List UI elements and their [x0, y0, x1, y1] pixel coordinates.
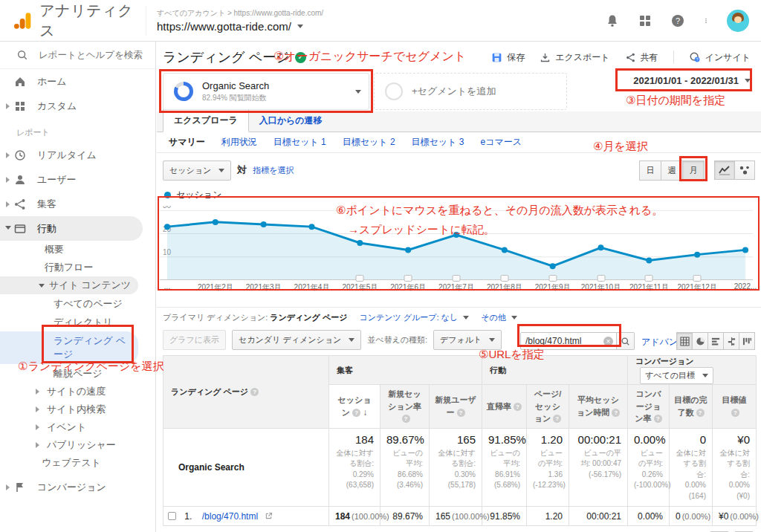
axis-annotation-marker[interactable]	[500, 275, 508, 282]
insights-button[interactable]: ? インサイト	[689, 51, 751, 64]
export-button[interactable]: エクスポート	[540, 51, 609, 64]
column-header-bounce-rate[interactable]: 直帰率?	[482, 385, 527, 429]
axis-annotation-marker[interactable]	[597, 275, 605, 282]
select-metric-link[interactable]: 指標を選択	[253, 165, 294, 176]
help-icon[interactable]: ?	[553, 415, 561, 423]
subtab-goal-set-3[interactable]: 目標セット 3	[412, 136, 464, 149]
percentage-view-button[interactable]	[692, 332, 708, 350]
data-view-button[interactable]	[676, 332, 693, 350]
axis-annotation-marker[interactable]	[645, 275, 653, 282]
granularity-week-button[interactable]: 週	[661, 160, 683, 181]
subtab-goal-set-1[interactable]: 目標セット 1	[273, 136, 326, 149]
sidebar-item-site-search[interactable]: サイト内検索	[0, 400, 155, 418]
line-chart-button[interactable]	[714, 160, 735, 180]
sidebar-item-all-pages[interactable]: すべてのページ	[0, 294, 155, 313]
search-input[interactable]	[39, 50, 150, 60]
sidebar-item-behavior-flow[interactable]: 行動フロー	[0, 259, 155, 276]
help-icon[interactable]: ?	[352, 409, 360, 417]
sidebar-item-acquisition[interactable]: 集客	[0, 192, 155, 216]
tab-explorer[interactable]: エクスプローラ	[163, 109, 249, 132]
column-header-conversion-rate[interactable]: コンバージョン率?	[628, 385, 670, 429]
performance-view-button[interactable]	[707, 332, 724, 350]
subtab-ecommerce[interactable]: eコマース	[480, 136, 522, 149]
subtab-goal-set-2[interactable]: 目標セット 2	[343, 136, 395, 149]
content-group-link[interactable]: コンテンツ グループ: なし	[359, 312, 469, 323]
sessions-chart[interactable]: 102030 ...2021年2月2021年3月2021年4月2021年5月20…	[160, 206, 760, 293]
metric-selector[interactable]: セッション	[163, 160, 231, 181]
kebab-menu-icon[interactable]	[703, 13, 709, 28]
secondary-dimension-button[interactable]: セカンダリ ディメンション	[232, 330, 361, 350]
sidebar-item-conversions[interactable]: コンバージョン	[0, 475, 155, 499]
sidebar-item-directory[interactable]: ディレクトリ	[0, 313, 155, 331]
other-dimensions-link[interactable]: その他	[481, 312, 517, 323]
sidebar-item-customization[interactable]: カスタム	[0, 94, 155, 118]
motion-chart-button[interactable]	[734, 160, 755, 180]
segment-organic-search[interactable]: Organic Search 82.94% 閲覧開始数	[163, 73, 369, 110]
tab-entrance-paths[interactable]: 入口からの遷移	[249, 110, 333, 132]
help-circle-icon[interactable]: ?	[670, 13, 685, 28]
row-checkbox[interactable]	[168, 512, 176, 520]
axis-annotation-marker[interactable]	[404, 275, 412, 282]
sidebar-item-landing-pages[interactable]: ランディング ページ	[0, 331, 138, 364]
table-filter-input[interactable]	[525, 336, 600, 346]
sidebar-item-realtime[interactable]: リアルタイム	[0, 143, 155, 167]
clear-filter-icon[interactable]: ×	[603, 337, 613, 346]
table-search-button[interactable]	[617, 332, 635, 350]
help-icon[interactable]: ?	[402, 415, 410, 423]
help-icon[interactable]: ?	[514, 403, 522, 411]
column-header-pages-per-session[interactable]: ページ/セッション?	[527, 385, 569, 429]
column-header-new-session-rate[interactable]: 新規セッション率?	[380, 385, 430, 429]
analytics-logo[interactable]: アナリティクス	[0, 1, 146, 41]
sidebar-item-home[interactable]: ホーム	[0, 69, 155, 94]
sidebar-item-publisher[interactable]: パブリッシャー	[0, 436, 155, 454]
data-quality-check-icon	[295, 52, 306, 63]
granularity-buttons: 日 週 月	[640, 160, 705, 181]
add-segment-button[interactable]: +セグメントを追加	[374, 73, 567, 110]
primary-dimension-value[interactable]: ランディング ページ	[270, 313, 347, 322]
help-icon[interactable]: ?	[457, 409, 465, 417]
plot-rows-button[interactable]: グラフに表示	[163, 330, 226, 350]
pivot-view-button[interactable]	[739, 332, 755, 350]
granularity-day-button[interactable]: 日	[639, 160, 661, 181]
share-button[interactable]: 共有	[625, 51, 658, 64]
user-avatar[interactable]	[727, 10, 749, 32]
axis-annotation-marker[interactable]	[453, 275, 461, 282]
sidebar-item-overview[interactable]: 概要	[0, 241, 155, 259]
save-button[interactable]: 保存	[491, 51, 525, 64]
axis-annotation-marker[interactable]	[693, 275, 702, 282]
axis-annotation-marker[interactable]	[548, 275, 557, 282]
chart-panel: セッション 対 指標を選択 日 週 月	[157, 153, 761, 308]
granularity-month-button[interactable]: 月	[682, 160, 705, 181]
sidebar-item-site-content[interactable]: サイト コンテンツ	[0, 276, 138, 294]
help-icon[interactable]: ?	[250, 388, 259, 396]
notifications-bell-icon[interactable]	[605, 13, 620, 28]
help-icon[interactable]: ?	[654, 415, 662, 423]
help-icon[interactable]: ?	[731, 409, 739, 417]
subtab-summary[interactable]: サマリー	[169, 136, 205, 149]
sidebar-item-site-speed[interactable]: サイトの速度	[0, 383, 155, 400]
sidebar-item-experiments[interactable]: ウェブテスト	[0, 454, 155, 472]
sidebar-search[interactable]	[0, 42, 155, 69]
column-header-avg-session-duration[interactable]: 平均セッション時間?	[569, 385, 628, 429]
open-in-new-icon[interactable]	[265, 512, 273, 520]
sidebar-item-behavior[interactable]: 行動	[0, 216, 143, 241]
comparison-view-button[interactable]	[723, 332, 739, 350]
apps-grid-icon[interactable]	[638, 13, 652, 28]
axis-annotation-marker[interactable]	[356, 275, 364, 282]
goal-selector[interactable]: すべての目標	[640, 367, 713, 384]
column-header-goal-completions[interactable]: 目標の完了数?	[670, 385, 713, 429]
date-range-selector[interactable]: 2021/01/01 - 2022/01/31	[633, 75, 751, 86]
sidebar-item-events[interactable]: イベント	[0, 418, 155, 436]
sort-type-button[interactable]: デフォルト	[433, 330, 502, 350]
column-header-new-users[interactable]: 新規ユーザー?	[430, 385, 482, 429]
sidebar-item-exit-pages[interactable]: 離脱ページ	[0, 364, 155, 383]
column-header-sessions[interactable]: セッション?	[329, 385, 380, 429]
subtab-site-usage[interactable]: 利用状況	[221, 136, 257, 149]
sidebar-item-audience[interactable]: ユーザー	[0, 167, 155, 192]
column-header-goal-value[interactable]: 目標値?	[713, 385, 757, 429]
help-icon[interactable]: ?	[696, 409, 705, 417]
page-link[interactable]: /blog/470.html	[202, 511, 258, 522]
property-selector[interactable]: すべてのアカウント > https://www.gotta-ride.com/ …	[146, 6, 323, 36]
help-icon[interactable]: ?	[612, 409, 620, 417]
column-header-landing-page[interactable]: ランディング ページ?	[163, 356, 329, 429]
